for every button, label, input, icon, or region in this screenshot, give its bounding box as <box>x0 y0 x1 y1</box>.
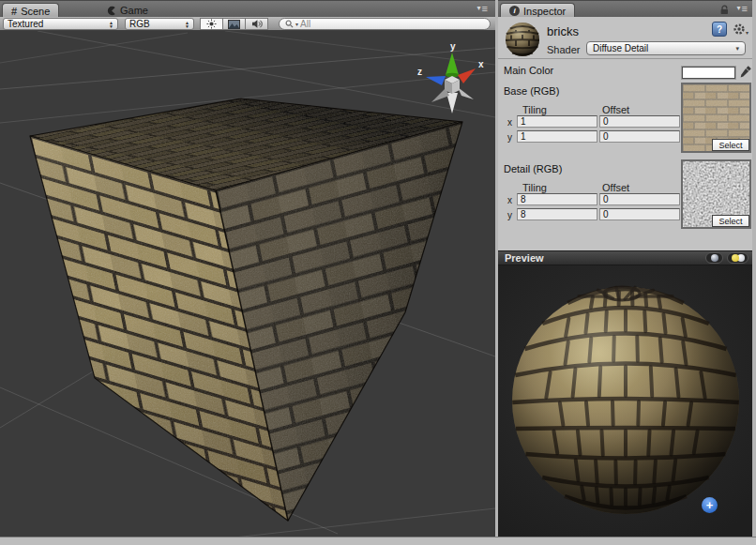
base-y-label: y <box>507 132 512 143</box>
gizmo-z-cone[interactable] <box>426 76 446 85</box>
gizmo-y-cone[interactable] <box>446 53 459 75</box>
scene-toolbar: Textured ▲▼ RGB ▲▼ <box>0 17 495 31</box>
base-texture-slot[interactable]: Select <box>681 83 751 153</box>
scene-tabbar: # Scene Game ▾ ≡ <box>0 0 495 17</box>
main-color-label: Main Color <box>504 65 553 76</box>
scene-panel-menu-icon[interactable]: ▾ ≡ <box>477 4 488 13</box>
base-offset-y-field[interactable] <box>599 130 680 143</box>
detail-tiling-header: Tiling <box>522 182 547 193</box>
inspector-panel-menu-icon[interactable]: ▾ ≡ <box>737 4 748 13</box>
search-text: All <box>300 19 310 29</box>
base-x-label: x <box>507 117 512 128</box>
base-offset-header: Offset <box>602 104 629 115</box>
preview-title: Preview <box>498 252 544 264</box>
gizmo-x-cone[interactable] <box>458 68 476 83</box>
inspector-tabbar: i Inspector ▾ ≡ <box>498 0 752 17</box>
inspector-panel: i Inspector ▾ ≡ <box>498 0 752 537</box>
base-tiling-x-field[interactable] <box>517 115 597 128</box>
lighting-icon <box>732 254 745 263</box>
detail-y-label: y <box>507 210 512 220</box>
color-channels-dropdown[interactable]: RGB ▲▼ <box>125 18 194 30</box>
updown-arrows-icon: ▲▼ <box>109 21 113 28</box>
base-select-button[interactable]: Select <box>712 139 749 151</box>
preview-header: Preview <box>498 250 752 265</box>
sun-icon <box>206 19 217 29</box>
main-color-swatch[interactable] <box>682 67 735 79</box>
gizmo-y-label: y <box>450 41 456 52</box>
scene-orientation-gizmo[interactable]: y x z <box>417 41 484 114</box>
gizmo-axis-cone[interactable] <box>458 87 474 99</box>
tab-game[interactable]: Game <box>98 3 157 18</box>
help-icon[interactable]: ? <box>712 22 727 37</box>
chevron-down-icon: ▾ <box>735 45 739 53</box>
gear-icon <box>733 23 746 36</box>
brick-cube[interactable] <box>30 98 462 521</box>
inspector-body: bricks Shader Diffuse Detail ▾ ? ▾ Main … <box>498 17 752 250</box>
tab-inspector[interactable]: i Inspector <box>500 3 575 18</box>
base-section-title: Base (RGB) <box>504 85 559 97</box>
render-mode-value: Textured <box>8 19 43 29</box>
gizmo-x-label: x <box>478 59 484 69</box>
gear-menu[interactable]: ▾ <box>733 23 748 36</box>
speaker-icon <box>251 19 263 29</box>
detail-tiling-x-field[interactable] <box>517 193 597 205</box>
detail-select-button[interactable]: Select <box>712 215 749 227</box>
scene-viewport[interactable]: y x z <box>0 31 495 537</box>
scene-fx-toggle[interactable] <box>222 18 246 30</box>
base-tiling-header: Tiling <box>522 104 547 115</box>
lock-icon[interactable] <box>719 5 730 15</box>
scene-audio-toggle[interactable] <box>245 18 268 30</box>
divider <box>498 58 752 59</box>
detail-x-label: x <box>507 195 512 205</box>
preview-area[interactable]: + <box>498 265 752 537</box>
updown-arrows-icon: ▲▼ <box>185 21 189 28</box>
tab-game-label: Game <box>120 5 148 16</box>
tab-inspector-label: Inspector <box>523 6 566 17</box>
base-offset-x-field[interactable] <box>599 115 680 128</box>
base-tiling-y-field[interactable] <box>517 130 597 143</box>
scene-panel: # Scene Game ▾ ≡ Textured ▲▼ <box>0 0 495 537</box>
grid-icon: # <box>11 6 17 17</box>
eyedropper-icon[interactable] <box>739 65 752 79</box>
sphere-icon <box>711 254 718 262</box>
detail-section-title: Detail (RGB) <box>504 163 562 174</box>
unity-window: # Scene Game ▾ ≡ Textured ▲▼ <box>0 0 756 545</box>
preview-shape-button[interactable] <box>705 252 723 264</box>
detail-offset-y-field[interactable] <box>599 208 680 220</box>
scene-lighting-toggle[interactable] <box>200 18 223 30</box>
info-icon: i <box>509 6 520 16</box>
gizmo-z-label: z <box>417 67 422 77</box>
search-icon <box>285 20 294 28</box>
material-name: bricks <box>547 24 579 38</box>
shader-dropdown[interactable]: Diffuse Detail ▾ <box>586 41 746 55</box>
tab-scene-label: Scene <box>21 6 50 17</box>
detail-texture-slot[interactable]: Select <box>681 159 751 229</box>
scene-search-field[interactable]: ▾ All <box>279 18 491 30</box>
detail-offset-x-field[interactable] <box>599 193 680 205</box>
chevron-down-icon: ▾ <box>746 29 748 36</box>
preview-lighting-button[interactable] <box>727 252 748 264</box>
material-preview-thumb <box>504 20 541 57</box>
image-icon <box>228 20 240 29</box>
shader-value: Diffuse Detail <box>593 43 648 53</box>
game-icon <box>106 6 116 16</box>
detail-tiling-y-field[interactable] <box>517 208 597 220</box>
scene-3d-view: y x z <box>0 31 495 537</box>
preview-sphere <box>498 265 752 537</box>
search-filter-caret-icon: ▾ <box>295 21 298 27</box>
render-mode-dropdown[interactable]: Textured ▲▼ <box>3 18 118 30</box>
detail-offset-header: Offset <box>602 182 629 193</box>
shader-label: Shader <box>547 44 580 55</box>
tab-scene[interactable]: # Scene <box>2 3 59 18</box>
status-bar <box>0 537 756 545</box>
color-channels-value: RGB <box>129 19 150 29</box>
preview-add-button[interactable]: + <box>702 497 718 513</box>
